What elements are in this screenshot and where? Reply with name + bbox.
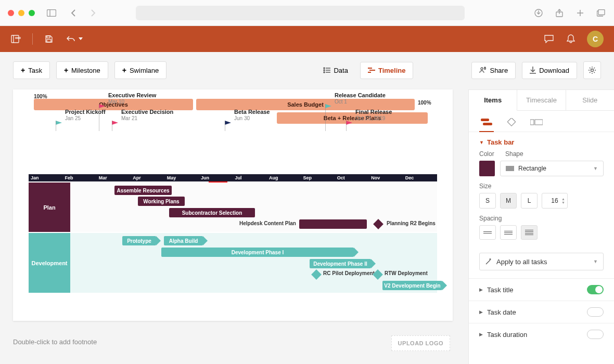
caret-down-icon: ▼ [479,140,484,145]
section-task-date[interactable]: ▶Task date [469,301,614,323]
subtab-taskbar[interactable] [479,117,494,127]
milestone-date: Mar 21 [121,115,173,122]
tab-timescale[interactable]: Timescale [517,90,566,110]
maximize-window[interactable] [29,10,35,16]
spacing-wide-button[interactable] [521,225,538,240]
sidebar-toggle-icon[interactable] [46,8,57,18]
percent-right: 100% [418,100,431,106]
shape-dropdown[interactable]: Rectangle▼ [500,161,604,176]
avatar[interactable]: C [587,31,604,47]
tab-items[interactable]: Items [469,90,517,111]
add-swimlane-label: Swimlane [130,67,159,74]
flag-icon [112,121,119,131]
spacing-medium-button[interactable] [500,225,517,240]
traffic-lights [8,10,35,16]
download-icon[interactable] [533,8,544,18]
add-task-button[interactable]: +Task [13,61,50,79]
swimlane-plan[interactable]: Plan Assemble Resources Working Plans Su… [29,183,437,232]
section-task-duration[interactable]: ▶Task duration [469,323,614,345]
download-button[interactable]: Download [522,62,577,79]
app-menu-icon[interactable] [10,33,22,45]
task-v2[interactable]: V2 Development Begin [382,281,442,290]
save-icon[interactable] [43,33,55,45]
shape-value: Rectangle [518,165,546,172]
add-task-label: Task [28,67,42,74]
flag-icon [225,121,232,131]
subtab-milestone[interactable] [504,117,519,127]
section-task-title[interactable]: ▶Task title [469,278,614,301]
tab-slide[interactable]: Slide [566,90,614,110]
timeline-canvas[interactable]: 100% 100% Objectives Sales Budget Beta +… [13,89,453,321]
task-subcontractor[interactable]: Subcontractor Selection [169,208,255,217]
bell-icon[interactable] [565,33,577,45]
actions-row: +Task +Milestone +Swimlane Data Timeline… [0,52,614,79]
tabs-icon[interactable] [596,8,606,18]
plus-icon: + [21,66,25,74]
task-title-toggle[interactable] [587,285,604,294]
undo-group[interactable] [65,33,83,45]
add-milestone-label: Milestone [71,67,100,74]
share-icon[interactable] [554,8,565,18]
back-icon[interactable] [68,8,79,18]
spinner-icon[interactable]: ▲▼ [561,197,565,204]
list-icon [323,67,330,73]
month-label: Feb [62,174,96,181]
new-tab-icon[interactable] [575,8,585,18]
close-window[interactable] [8,10,14,16]
size-m-button[interactable]: M [500,193,517,209]
svg-marker-33 [99,104,105,108]
task-phase1[interactable]: Development Phase I [161,248,354,257]
swimlane-dev[interactable]: Development Prototype Alpha Build Develo… [29,233,437,293]
minimize-window[interactable] [18,10,24,16]
color-label: Color [479,150,495,158]
svg-rect-11 [15,37,21,39]
window-chrome [0,0,614,26]
task-alpha[interactable]: Alpha Build [164,236,203,245]
undo-icon[interactable] [65,33,76,45]
task-helpdesk-bar[interactable] [299,219,367,229]
properties-panel: Items Timescale Slide ▼Task bar Color Sh… [468,89,614,364]
svg-rect-45 [507,118,516,126]
color-swatch[interactable] [479,161,495,176]
share-button[interactable]: Share [471,62,516,79]
chevron-down-icon: ▼ [593,259,598,264]
svg-rect-8 [598,9,605,15]
section-task-bar[interactable]: ▼Task bar [469,132,614,150]
svg-rect-0 [47,9,56,16]
spacing-tight-button[interactable] [479,225,496,240]
view-timeline-button[interactable]: Timeline [360,62,414,79]
footnote-placeholder[interactable]: Double-click to add footnote [13,338,97,346]
task-date-toggle[interactable] [587,307,604,317]
svg-marker-35 [112,121,118,125]
month-axis: Jan Feb Mar Apr May Jun Jul Aug Sep Oct … [29,174,437,181]
add-milestone-button[interactable]: +Milestone [56,61,108,79]
download-arrow-icon [530,67,536,74]
size-s-button[interactable]: S [479,193,496,209]
task-assemble[interactable]: Assemble Resources [114,186,172,195]
flag-icon [56,121,63,131]
task-phase2[interactable]: Development Phase II [310,259,371,268]
caret-right-icon: ▶ [479,287,483,292]
month-label: Nov [369,174,403,181]
chevron-down-icon[interactable] [79,37,83,41]
apply-dropdown[interactable]: Apply to all tasks ▼ [479,253,604,270]
month-label: Mar [97,174,131,181]
milestone-planning-r2[interactable] [373,219,383,229]
milestone-rc-pilot[interactable] [311,269,322,280]
add-swimlane-button[interactable]: +Swimlane [114,61,167,79]
svg-rect-44 [483,123,492,125]
task-duration-toggle[interactable] [587,330,604,339]
subtab-swimlane[interactable] [529,117,544,127]
size-stepper[interactable]: 16▲▼ [542,193,568,209]
address-bar[interactable] [136,6,465,20]
upload-logo-button[interactable]: UPLOAD LOGO [391,335,450,351]
swimlane-dev-header[interactable]: Development [29,233,70,293]
settings-button[interactable] [583,61,601,79]
task-working-plans[interactable]: Working Plans [138,197,185,206]
size-l-button[interactable]: L [521,193,538,209]
share-people-icon [479,67,487,74]
comment-icon[interactable] [543,33,555,45]
view-data-button[interactable]: Data [315,62,355,79]
task-prototype[interactable]: Prototype [122,236,156,245]
swimlane-plan-header[interactable]: Plan [29,183,70,232]
